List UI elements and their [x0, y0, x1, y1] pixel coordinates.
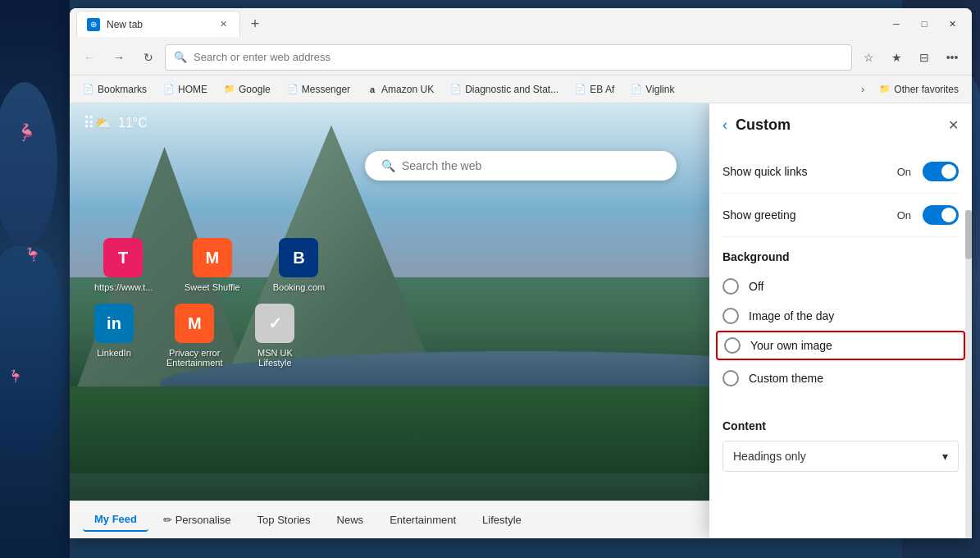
quick-links-toggle-wrapper: On — [897, 162, 959, 181]
collections-icon[interactable]: ⊟ — [911, 44, 937, 71]
minimize-button[interactable]: ─ — [883, 12, 909, 35]
window-controls: ─ □ ✕ — [883, 12, 965, 35]
other-fav-icon: 📁 — [879, 84, 891, 95]
bg-option-image-day[interactable]: Image of the day — [722, 301, 959, 331]
ebaf-icon: 📄 — [575, 84, 586, 95]
quick-link-3[interactable]: B Booking.com — [273, 238, 326, 292]
quick-link-icon-6: ✓ — [255, 304, 294, 343]
nav-entertainment[interactable]: Entertainment — [378, 509, 467, 531]
search-input[interactable] — [402, 159, 660, 172]
bookmark-ebaf[interactable]: 📄 EB Af — [568, 81, 621, 98]
quick-links-toggle[interactable] — [923, 162, 959, 181]
nav-lifestyle[interactable]: Lifestyle — [471, 509, 533, 531]
quick-link-2[interactable]: M Sweet Shuffle — [185, 238, 240, 292]
bird-left-3: 🦩 — [8, 369, 22, 382]
bookmark-bookmarks[interactable]: 📄 Bookmarks — [76, 81, 153, 98]
bookmark-other-label: Other favorites — [894, 84, 959, 95]
weather-icon: ⛅ — [95, 116, 112, 131]
bg-left-decoration: 🦩 🦩 🦩 — [0, 0, 70, 558]
toolbar-icons: ☆ ★ ⊟ ••• — [855, 44, 965, 71]
close-button[interactable]: ✕ — [939, 12, 965, 35]
bg-radio-own-image — [724, 337, 741, 354]
address-input[interactable] — [194, 51, 843, 63]
bookmark-home[interactable]: 📄 HOME — [157, 81, 214, 98]
bookmark-viglink[interactable]: 📄 Viglink — [624, 81, 681, 98]
quick-links-toggle-label: On — [897, 166, 911, 178]
quick-link-label-6: MSN UKLifestyle — [258, 348, 293, 368]
quick-link-icon-1: T — [103, 238, 143, 277]
bookmark-label: Bookmarks — [98, 84, 147, 95]
bing-watermark: Bing — [929, 513, 965, 532]
show-greeting-row: Show greeting On — [722, 194, 959, 237]
windows-watermark: Windows 10 Home Insi... — [823, 522, 923, 532]
quick-link-label-3: Booking.com — [273, 282, 326, 292]
panel-header: ‹ Custom ✕ — [722, 117, 959, 134]
favorites-icon[interactable]: ☆ — [855, 44, 882, 71]
content-section-title: Content — [722, 406, 959, 441]
google-folder-icon: 📁 — [224, 84, 235, 95]
bg-option-off[interactable]: Off — [722, 272, 959, 301]
panel-close-button[interactable]: ✕ — [948, 117, 959, 133]
tab-close-button[interactable]: ✕ — [217, 18, 230, 31]
background-section-title: Background — [722, 237, 959, 272]
forward-button[interactable]: → — [106, 44, 132, 71]
weather-temp: 11°C — [118, 116, 148, 130]
bookmark-other-favorites[interactable]: 📁 Other favorites — [873, 81, 965, 98]
bg-label-image-day: Image of the day — [749, 309, 834, 322]
amazon-icon: a — [367, 84, 378, 95]
page-content: ⠿ ⛅ 11°C ⚙ 🔍 Enjoy these mountains, but … — [70, 103, 972, 538]
bookmark-amazon-label: Amazon UK — [381, 84, 434, 95]
quick-link-1[interactable]: T https://www.t... — [94, 238, 152, 292]
refresh-button[interactable]: ↻ — [135, 44, 162, 71]
bg-radio-image-day — [722, 308, 739, 324]
active-tab[interactable]: ⊕ New tab ✕ — [76, 11, 240, 37]
content-dropdown[interactable]: Headings only ▾ — [722, 441, 959, 472]
quick-link-label-2: Sweet Shuffle — [185, 282, 240, 292]
quick-link-5[interactable]: M Privacy errorEntertainment — [166, 304, 222, 368]
bookmark-google-label: Google — [239, 84, 271, 95]
scrollbar-track — [965, 210, 972, 538]
back-button[interactable]: ← — [76, 44, 103, 71]
bookmark-ebaf-label: EB Af — [590, 84, 614, 95]
bird-left-2: 🦩 — [24, 245, 43, 263]
weather-widget: ⛅ 11°C — [95, 116, 148, 131]
nav-my-feed[interactable]: My Feed — [83, 508, 148, 532]
content-dropdown-value: Headings only — [733, 450, 806, 463]
menu-icon[interactable]: ••• — [939, 44, 965, 71]
bookmark-diag[interactable]: 📄 Diagnostic and Stat... — [444, 81, 565, 98]
greeting-toggle-label: On — [897, 209, 911, 222]
nav-news[interactable]: News — [326, 509, 376, 531]
maximize-button[interactable]: □ — [911, 12, 937, 35]
quick-link-6[interactable]: ✓ MSN UKLifestyle — [255, 304, 294, 368]
viglink-icon: 📄 — [631, 84, 642, 95]
quick-link-icon-3: B — [279, 238, 318, 277]
bookmarks-more-button[interactable]: › — [856, 80, 869, 98]
quick-link-label-1: https://www.t... — [94, 282, 152, 292]
panel-title: Custom — [736, 117, 940, 134]
scrollbar-thumb[interactable] — [965, 210, 972, 259]
bookmark-home-label: HOME — [178, 84, 207, 95]
greeting-toggle[interactable] — [923, 205, 959, 225]
bg-option-custom-theme[interactable]: Custom theme — [722, 364, 959, 393]
panel-back-button[interactable]: ‹ — [722, 117, 727, 134]
address-bar[interactable]: 🔍 — [165, 44, 852, 71]
bookmark-messenger-label: Messenger — [302, 84, 350, 95]
quick-link-4[interactable]: in LinkedIn — [94, 304, 134, 368]
apps-icon[interactable]: ⠿ — [83, 113, 95, 133]
new-tab-button[interactable]: + — [244, 12, 267, 35]
hub-icon[interactable]: ★ — [883, 44, 909, 71]
bg-radio-custom-theme — [722, 370, 739, 386]
search-box[interactable]: 🔍 — [365, 151, 677, 181]
bg-option-own-image[interactable]: Your own image — [716, 331, 965, 360]
bookmark-google[interactable]: 📁 Google — [217, 81, 277, 98]
bookmark-messenger[interactable]: 📄 Messenger — [280, 81, 357, 98]
tab-favicon: ⊕ — [87, 18, 100, 31]
nav-personalise[interactable]: ✏ Personalise — [152, 509, 243, 531]
bg-radio-off — [722, 278, 739, 295]
bookmarks-icon: 📄 — [83, 84, 94, 95]
settings-panel: ‹ Custom ✕ Show quick links On Show gree… — [709, 103, 972, 538]
home-bk-icon: 📄 — [163, 84, 175, 95]
nav-top-stories[interactable]: Top Stories — [246, 509, 322, 531]
bookmark-diag-label: Diagnostic and Stat... — [465, 84, 558, 95]
bookmark-amazon[interactable]: a Amazon UK — [360, 81, 440, 98]
